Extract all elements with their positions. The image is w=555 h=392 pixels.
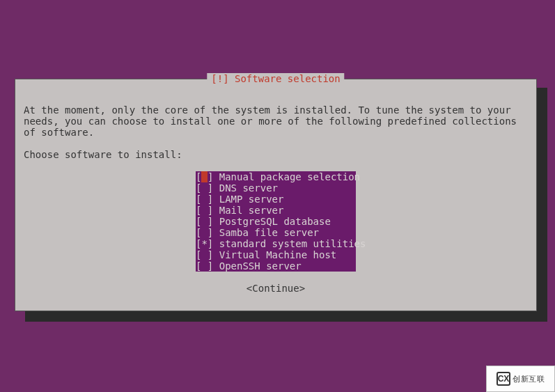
option-item[interactable]: [ ] OpenSSH server [196,260,356,272]
software-selection-dialog: [!] Software selection At the moment, on… [15,79,537,311]
option-label: OpenSSH server [219,260,302,272]
continue-button[interactable]: <Continue> [24,283,528,294]
option-checkbox[interactable]: [ ] [196,249,219,260]
option-checkbox[interactable]: [ ] [196,171,219,182]
option-checkbox[interactable]: [ ] [196,227,219,238]
option-label: DNS server [219,182,278,194]
option-item[interactable]: [ ] Manual package selection [196,171,356,182]
watermark-logo: CX [497,372,510,386]
option-item[interactable]: [ ] Samba file server [196,227,356,238]
option-item[interactable]: [ ] PostgreSQL database [196,216,356,227]
prompt-text: Choose software to install: [24,149,528,160]
option-checkbox[interactable]: [ ] [196,194,219,205]
option-checkbox[interactable]: [ ] [196,216,219,227]
intro-text: At the moment, only the core of the syst… [24,104,528,138]
option-checkbox[interactable]: [*] [196,238,219,249]
option-label: Virtual Machine host [219,249,337,260]
options-list: [ ] Manual package selection[ ] DNS serv… [196,171,356,272]
option-label: Mail server [219,205,284,216]
option-checkbox[interactable]: [ ] [196,205,219,216]
watermark-text: 创新互联 [513,374,545,384]
option-checkbox[interactable]: [ ] [196,182,219,194]
option-label: Samba file server [219,227,319,238]
option-item[interactable]: [ ] LAMP server [196,194,356,205]
option-label: LAMP server [219,194,284,205]
option-item[interactable]: [*] standard system utilities [196,238,356,249]
option-checkbox[interactable]: [ ] [196,260,219,272]
option-label: Manual package selection [219,171,360,182]
option-label: PostgreSQL database [219,216,331,227]
option-item[interactable]: [ ] Mail server [196,205,356,216]
watermark: CX 创新互联 [486,366,555,392]
dialog-title: [!] Software selection [207,73,344,84]
dialog-content: At the moment, only the core of the syst… [15,79,536,299]
option-item[interactable]: [ ] Virtual Machine host [196,249,356,260]
option-item[interactable]: [ ] DNS server [196,182,356,194]
option-label: standard system utilities [219,238,366,249]
